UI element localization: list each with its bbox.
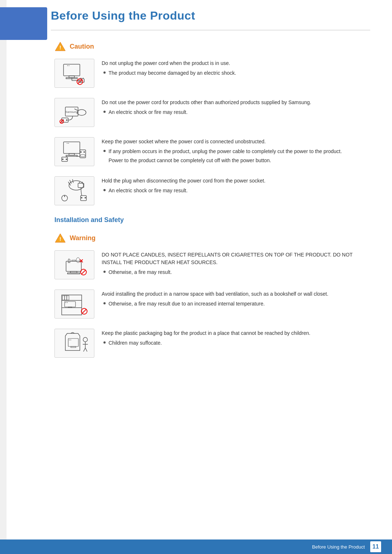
svg-text:!: !	[60, 45, 61, 50]
bullet-text: If any problem occurs in the product, un…	[109, 148, 342, 155]
warning-item-3-bullet-1: Children may suffocate.	[102, 339, 367, 347]
caution-item-4-bullet-1: An electric shock or fire may result.	[102, 187, 367, 194]
caution-item-3-main: Keep the power socket where the power co…	[102, 138, 367, 145]
caution-image-3	[54, 137, 94, 166]
svg-rect-67	[67, 296, 69, 300]
caution-item-1: Do not unplug the power cord when the pr…	[54, 59, 367, 88]
warning-item-2-bullet-1: Otherwise, a fire may result due to an i…	[102, 300, 367, 308]
caution-item-3-text: Keep the power socket where the power co…	[102, 137, 367, 164]
svg-point-27	[67, 143, 68, 144]
warning-image-2	[54, 290, 94, 319]
svg-rect-66	[65, 296, 67, 300]
warning-section: ! Warning	[54, 233, 367, 358]
caution-item-4-text: Hold the plug when disconnecting the pow…	[102, 176, 367, 196]
svg-point-76	[83, 337, 87, 342]
warning-item-2-text: Avoid installing the product in a narrow…	[102, 290, 367, 309]
caution-item-3: Keep the power socket where the power co…	[54, 137, 367, 166]
caution-image-2: Samsung	[54, 98, 94, 127]
caution-item-1-main: Do not unplug the power cord when the pr…	[102, 59, 367, 67]
svg-point-53	[76, 258, 80, 263]
svg-point-75	[70, 340, 71, 340]
caution-item-2: Samsung Do not use the power cord for pr…	[54, 98, 367, 127]
svg-point-17	[77, 110, 86, 115]
caution-item-4: Hold the plug when disconnecting the pow…	[54, 176, 367, 205]
caution-item-3-bullet-1: If any problem occurs in the product, un…	[102, 148, 367, 155]
caution-item-2-main: Do not use the power cord for products o…	[102, 99, 367, 106]
svg-rect-72	[68, 338, 78, 346]
bullet-dot	[103, 71, 106, 74]
svg-rect-2	[64, 64, 80, 76]
svg-rect-49	[68, 273, 80, 274]
svg-point-14	[69, 65, 69, 66]
caution-triangle-icon: !	[54, 41, 66, 52]
bullet-text: Otherwise, a fire may result.	[109, 268, 172, 276]
svg-rect-73	[71, 346, 76, 348]
bullet-text: An electric shock or fire may result.	[109, 108, 188, 116]
svg-point-36	[69, 181, 83, 190]
caution-section: ! Caution	[54, 41, 367, 205]
bullet-dot	[103, 341, 106, 344]
svg-rect-52	[72, 260, 75, 261]
svg-line-80	[85, 348, 87, 352]
svg-point-41	[81, 197, 82, 198]
svg-point-74	[69, 340, 70, 340]
warning-triangle-icon: !	[54, 233, 66, 243]
svg-text:!: !	[60, 236, 61, 242]
caution-image-4	[54, 176, 94, 205]
svg-point-68	[65, 302, 66, 303]
caution-item-1-bullet-1: The product may become damaged by an ele…	[102, 69, 367, 77]
svg-point-21	[66, 119, 68, 121]
warning-item-1-main: DO NOT PLACE CANDLES, INSECT REPELLANTS …	[102, 251, 367, 266]
caution-item-4-main: Hold the plug when disconnecting the pow…	[102, 177, 367, 185]
caution-label: Caution	[70, 43, 94, 50]
warning-item-1-bullet-1: Otherwise, a fire may result.	[102, 268, 367, 276]
page-footer: Before Using the Product 11	[0, 539, 392, 554]
caution-image-1	[54, 59, 94, 88]
caution-item-1-text: Do not unplug the power cord when the pr…	[102, 59, 367, 78]
svg-rect-65	[62, 296, 65, 300]
warning-item-1-text: DO NOT PLACE CANDLES, INSECT REPELLANTS …	[102, 250, 367, 278]
svg-line-71	[82, 309, 86, 313]
warning-item-3-main: Keep the plastic packaging bag for the p…	[102, 329, 367, 337]
main-content: ! Caution	[54, 30, 367, 358]
caution-item-2-bullet-1: An electric shock or fire may result.	[102, 108, 367, 116]
installation-section-title: Installation and Safety	[54, 216, 367, 224]
svg-point-30	[80, 151, 82, 153]
svg-line-57	[81, 270, 86, 274]
caution-header: ! Caution	[54, 41, 367, 52]
svg-point-28	[68, 143, 69, 144]
bullet-text: Otherwise, a fire may result due to an i…	[109, 300, 265, 308]
svg-rect-50	[68, 259, 70, 262]
svg-point-31	[83, 151, 85, 153]
bullet-dot	[103, 189, 106, 191]
svg-rect-63	[65, 301, 75, 307]
bullet-dot	[103, 271, 106, 273]
page-header: Before Using the Product	[51, 0, 370, 30]
bullet-text: The product may become damaged by an ele…	[109, 69, 236, 77]
caution-item-3-subnote: Power to the product cannot be completel…	[102, 157, 367, 164]
warning-item-2-main: Avoid installing the product in a narrow…	[102, 290, 367, 298]
svg-point-13	[67, 65, 68, 66]
svg-rect-26	[66, 155, 77, 156]
svg-rect-24	[64, 142, 80, 153]
footer-label: Before Using the Product	[312, 544, 365, 550]
bullet-dot	[103, 302, 106, 304]
page-title: Before Using the Product	[51, 9, 370, 22]
warning-header: ! Warning	[54, 233, 367, 243]
warning-item-1: DO NOT PLACE CANDLES, INSECT REPELLANTS …	[54, 250, 367, 279]
svg-point-69	[67, 302, 68, 303]
svg-point-54	[68, 262, 69, 263]
warning-label: Warning	[70, 234, 95, 242]
bullet-text: An electric shock or fire may result.	[109, 187, 188, 194]
bullet-text: Children may suffocate.	[109, 339, 162, 347]
caution-item-2-text: Do not use the power cord for products o…	[102, 98, 367, 118]
warning-item-2: Avoid installing the product in a narrow…	[54, 290, 367, 319]
svg-line-79	[83, 348, 85, 352]
warning-item-3-text: Keep the plastic packaging bag for the p…	[102, 329, 367, 348]
svg-point-35	[66, 159, 67, 160]
left-accent-bar	[0, 0, 7, 554]
bullet-dot	[103, 111, 106, 113]
warning-image-3	[54, 329, 94, 358]
svg-point-42	[85, 197, 86, 198]
svg-rect-64	[68, 307, 72, 308]
